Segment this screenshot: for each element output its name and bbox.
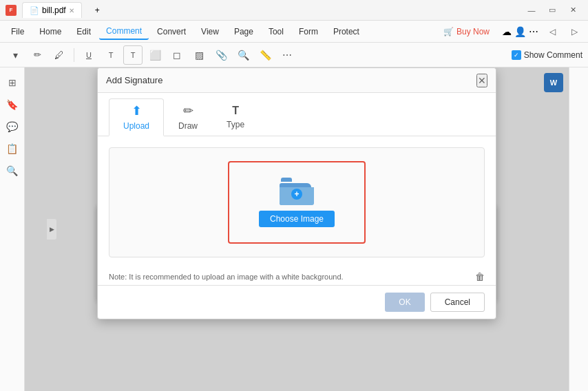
close-button[interactable]: ✕: [563, 1, 582, 20]
dialog-close-button[interactable]: ✕: [476, 74, 487, 87]
maximize-button[interactable]: ▭: [543, 1, 562, 20]
titlebar: F 📄 bill.pdf ✕ + — ▭ ✕: [0, 0, 588, 21]
toolbar-sep-1: [74, 48, 74, 62]
folder-tab-part: [281, 178, 292, 182]
toolbar: ▾ ✏ 🖊 U T T ⬜ ◻ ▨ 📎 🔍 📏 ⋯ ✓ Show Comment: [0, 43, 588, 67]
minimize-button[interactable]: —: [522, 1, 541, 20]
menu-protect[interactable]: Protect: [326, 24, 366, 39]
expand-sidebar-arrow[interactable]: ▶: [47, 219, 56, 240]
toolbar-pencil-btn[interactable]: ✏: [28, 45, 47, 65]
dialog-actions: OK Cancel: [98, 285, 496, 319]
folder-icon: +: [280, 178, 314, 205]
dialog-overlay: Add Signature ✕ ⬆ Upload ✏ Draw T T: [25, 67, 569, 391]
tab-upload[interactable]: ⬆ Upload: [109, 98, 164, 136]
menu-home[interactable]: Home: [32, 24, 68, 39]
left-sidebar: ⊞ 🔖 💬 📋 🔍: [0, 67, 25, 391]
new-tab-button[interactable]: +: [87, 2, 107, 19]
toolbar-rect-btn[interactable]: ⬜: [145, 45, 165, 65]
toolbar-stamp-btn[interactable]: ▨: [189, 45, 209, 65]
show-comment-area: ✓ Show Comment: [512, 50, 582, 60]
window-controls: — ▭ ✕: [522, 1, 582, 20]
word-icon: W: [544, 73, 563, 92]
menu-edit[interactable]: Edit: [70, 24, 98, 39]
nav-back-button[interactable]: ◁: [543, 22, 562, 41]
choose-image-container: + Choose Image: [228, 161, 366, 244]
upload-tab-label: Upload: [123, 121, 149, 131]
checkbox-checked-icon: ✓: [512, 50, 521, 60]
upload-tab-icon: ⬆: [132, 103, 142, 118]
type-tab-icon: T: [232, 105, 239, 117]
type-tab-label: Type: [227, 120, 244, 129]
note-text: Note: It is recommended to upload an ima…: [109, 273, 344, 281]
sidebar-pages-icon[interactable]: 📋: [3, 139, 22, 158]
menubar: File Home Edit Comment Convert View Page…: [0, 21, 588, 43]
right-sidebar: [569, 67, 588, 391]
toolbar-attach-btn[interactable]: 📎: [211, 45, 231, 65]
cancel-button[interactable]: Cancel: [430, 293, 485, 312]
menu-form[interactable]: Form: [292, 24, 325, 39]
toolbar-text-btn[interactable]: T: [101, 45, 120, 65]
choose-image-button[interactable]: Choose Image: [259, 211, 335, 227]
toolbar-measure-btn[interactable]: 📏: [255, 45, 275, 65]
sidebar-comment-icon[interactable]: 💬: [3, 117, 22, 136]
tab-type[interactable]: T Type: [212, 100, 259, 134]
active-tab[interactable]: 📄 bill.pdf ✕: [22, 2, 82, 18]
ok-button[interactable]: OK: [385, 293, 424, 312]
dialog-tabs: ⬆ Upload ✏ Draw T Type: [98, 93, 496, 136]
cloud-icon[interactable]: ☁: [502, 26, 512, 37]
new-tab-icon: +: [95, 6, 100, 15]
sidebar-page-icon[interactable]: ⊞: [3, 73, 22, 92]
menu-convert[interactable]: Convert: [150, 24, 193, 39]
menu-view[interactable]: View: [194, 24, 226, 39]
add-signature-dialog: Add Signature ✕ ⬆ Upload ✏ Draw T T: [97, 67, 496, 319]
tab-draw[interactable]: ✏ Draw: [164, 98, 212, 136]
more-icon[interactable]: ⋯: [529, 26, 538, 37]
draw-tab-icon: ✏: [183, 103, 193, 118]
show-comment-label: Show Comment: [524, 50, 582, 60]
toolbar-text2-btn[interactable]: T: [123, 45, 143, 65]
buy-now-button[interactable]: 🛒 Buy Now: [438, 24, 495, 39]
toolbar-shape-btn[interactable]: ◻: [167, 45, 187, 65]
sidebar-search-icon[interactable]: 🔍: [3, 161, 22, 180]
delete-icon-button[interactable]: 🗑: [475, 271, 485, 282]
toolbar-search-btn[interactable]: 🔍: [233, 45, 253, 65]
app-icon: F: [6, 5, 17, 16]
folder-plus-icon: +: [291, 189, 302, 200]
menu-page[interactable]: Page: [227, 24, 260, 39]
toolbar-underline-btn[interactable]: U: [79, 45, 98, 65]
cart-icon: 🛒: [443, 27, 454, 36]
toolbar-dropdown-btn[interactable]: ▾: [6, 45, 25, 65]
content-area: ▶ Wine Breather Carafe $59.95 KIVA DININ…: [25, 67, 569, 391]
dialog-titlebar: Add Signature ✕: [98, 68, 496, 93]
show-comment-toggle[interactable]: ✓ Show Comment: [512, 50, 582, 60]
nav-forward-button[interactable]: ▷: [565, 22, 584, 41]
toolbar-more-btn[interactable]: ⋯: [277, 45, 297, 65]
main-area: ⊞ 🔖 💬 📋 🔍 ▶ Wine Breather Carafe $59.95 …: [0, 67, 588, 391]
word-icon-button[interactable]: W: [544, 73, 563, 92]
account-icon[interactable]: 👤: [514, 26, 526, 37]
tab-close-icon[interactable]: ✕: [69, 7, 74, 14]
menu-icons: ☁ 👤 ⋯: [502, 26, 538, 37]
dialog-note: Note: It is recommended to upload an ima…: [98, 268, 496, 285]
menu-comment[interactable]: Comment: [99, 23, 149, 40]
dialog-title-text: Add Signature: [106, 75, 162, 85]
sidebar-bookmark-icon[interactable]: 🔖: [3, 95, 22, 114]
draw-tab-label: Draw: [178, 121, 198, 131]
menu-tool[interactable]: Tool: [262, 24, 291, 39]
menu-file[interactable]: File: [4, 24, 31, 39]
window-nav-buttons: ◁ ▷: [543, 22, 584, 41]
toolbar-highlight-btn[interactable]: 🖊: [50, 45, 69, 65]
tab-filename: bill.pdf: [42, 6, 66, 15]
upload-drop-area[interactable]: + Choose Image: [109, 147, 485, 257]
